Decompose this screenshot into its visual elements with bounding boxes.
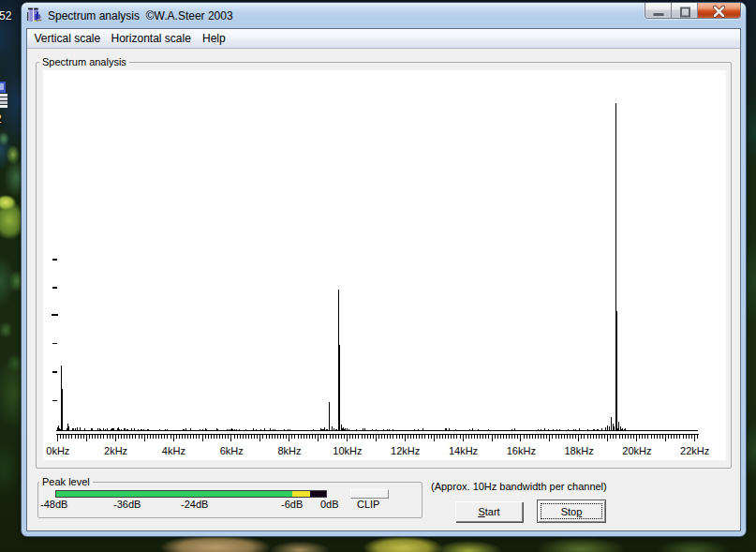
- svg-text:18kHz: 18kHz: [565, 445, 594, 456]
- svg-text:14kHz: 14kHz: [449, 445, 478, 456]
- svg-text:6kHz: 6kHz: [220, 445, 244, 456]
- svg-text:8kHz: 8kHz: [277, 445, 301, 456]
- svg-text:22kHz: 22kHz: [680, 445, 709, 456]
- svg-text:10kHz: 10kHz: [333, 445, 362, 456]
- svg-text:12kHz: 12kHz: [391, 445, 420, 456]
- svg-text:2kHz: 2kHz: [104, 445, 127, 456]
- svg-text:20kHz: 20kHz: [622, 445, 651, 456]
- svg-text:0kHz: 0kHz: [46, 445, 69, 456]
- svg-text:16kHz: 16kHz: [507, 445, 536, 456]
- svg-text:4kHz: 4kHz: [162, 445, 185, 456]
